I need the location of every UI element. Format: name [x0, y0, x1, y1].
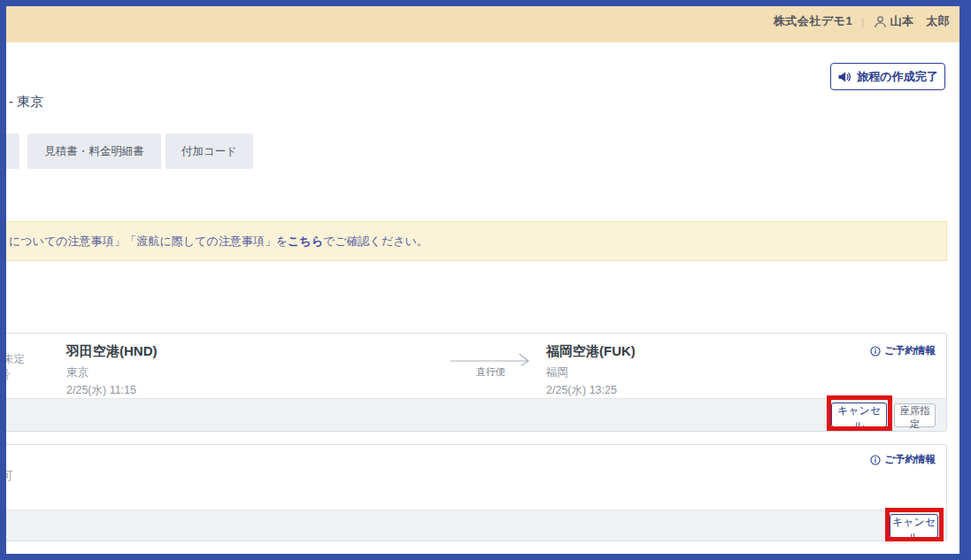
tab-quote-statement[interactable]: 見積書・料金明細書	[27, 134, 161, 169]
annotation-frame-right	[959, 0, 971, 560]
reservation-info-link[interactable]: ご予約情報	[870, 453, 936, 466]
seat-select-button[interactable]: 座席指定	[894, 403, 936, 427]
top-bar: 株式会社デモ1 | 山本 太郎	[0, 0, 971, 42]
tab-partial-cutoff[interactable]	[0, 134, 19, 169]
departure-datetime: 2/25(水) 11:15	[66, 383, 158, 398]
notice-banner: についての注意事項」「渡航に際しての注意事項」をこちらでご確認ください。	[0, 221, 947, 261]
user-menu[interactable]: 山本 太郎	[874, 13, 951, 29]
header-divider: |	[861, 15, 864, 28]
info-icon	[870, 455, 881, 465]
info-icon	[870, 346, 881, 357]
reservation-info-link[interactable]: ご予約情報	[870, 344, 936, 357]
arrival-block: 福岡空港(FUK) 福岡 2/25(水) 13:25	[546, 343, 636, 398]
reservation-info-label: ご予約情報	[884, 344, 936, 357]
arrival-city: 福岡	[546, 365, 636, 380]
second-segment-card: 可 ご予約情報 キャンセル	[0, 444, 947, 541]
user-name: 山本 太郎	[890, 13, 951, 29]
top-bar-account-area: 株式会社デモ1 | 山本 太郎	[774, 0, 950, 42]
card-footer: キャンセル	[0, 510, 946, 541]
tab-addon-code[interactable]: 付加コード	[166, 134, 253, 169]
notice-text-start: についての注意事項」「渡航に際しての注意事項」を	[9, 234, 288, 249]
tab-quote-label: 見積書・料金明細書	[44, 144, 144, 159]
company-name: 株式会社デモ1	[774, 13, 852, 29]
arrival-airport: 福岡空港(FUK)	[546, 343, 636, 360]
route-type-label: 直行便	[476, 365, 505, 379]
flight-left-fragment-line1: 未定	[3, 352, 25, 367]
departure-city: 東京	[66, 365, 158, 380]
user-icon	[874, 15, 887, 28]
app-window: 株式会社デモ1 | 山本 太郎 旅程の作成完了 - 東	[0, 0, 971, 560]
flight-left-fragment-line2: 号	[0, 367, 11, 382]
annotation-frame-bottom	[0, 554, 971, 560]
notice-text-end: でご確認ください。	[323, 234, 428, 249]
card-footer: キャンセル 座席指定	[0, 398, 946, 431]
trip-complete-button[interactable]: 旅程の作成完了	[830, 63, 945, 90]
megaphone-icon	[837, 70, 852, 84]
page-title: - 東京	[9, 94, 43, 111]
departure-block: 羽田空港(HND) 東京 2/25(水) 11:15	[66, 343, 158, 398]
cancel-button[interactable]: キャンセル	[831, 403, 887, 427]
notice-link[interactable]: こちら	[288, 234, 323, 249]
trip-complete-label: 旅程の作成完了	[857, 69, 937, 85]
flight-segment-card: 未定 号 羽田空港(HND) 東京 2/25(水) 11:15 直行便 福岡空港…	[0, 333, 947, 432]
tab-addon-label: 付加コード	[181, 144, 237, 159]
arrival-datetime: 2/25(水) 13:25	[546, 383, 636, 398]
reservation-info-label: ご予約情報	[884, 453, 936, 466]
departure-airport: 羽田空港(HND)	[66, 343, 158, 360]
cancel-button[interactable]: キャンセル	[890, 514, 938, 538]
card2-left-fragment: 可	[2, 468, 13, 484]
